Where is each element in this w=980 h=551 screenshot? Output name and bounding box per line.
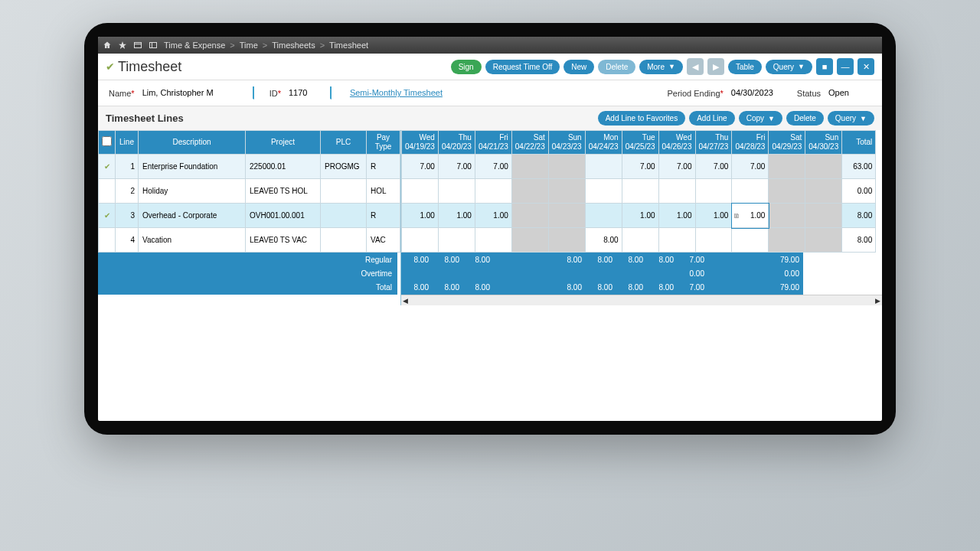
hours-cell[interactable]: 🗎1.00 <box>732 204 769 228</box>
delete-line-button[interactable]: Delete <box>786 111 824 126</box>
hours-cell[interactable] <box>475 228 511 253</box>
hours-cell[interactable] <box>438 179 475 204</box>
hours-cell[interactable]: 1.00 <box>622 204 658 228</box>
hours-cell[interactable] <box>622 228 658 253</box>
hours-cell[interactable] <box>695 179 732 204</box>
description-cell[interactable]: Overhead - Corporate <box>139 204 246 228</box>
breadcrumb-item[interactable]: Time & Expense <box>164 41 225 50</box>
copy-line-button[interactable]: Copy▼ <box>739 111 782 126</box>
table-row[interactable]: ✔3Overhead - CorporateOVH001.00.001R <box>99 204 400 228</box>
delete-button[interactable]: Delete <box>598 60 635 74</box>
hours-cell[interactable] <box>805 204 842 228</box>
aux-button-1[interactable]: ■ <box>816 58 833 75</box>
hours-cell[interactable] <box>585 155 622 179</box>
plc-cell[interactable] <box>321 204 367 228</box>
row-check-icon[interactable] <box>99 179 116 204</box>
plc-cell[interactable] <box>321 228 367 253</box>
description-cell[interactable]: Vacation <box>139 228 246 253</box>
hours-cell[interactable]: 8.00 <box>585 228 622 253</box>
hours-cell[interactable]: 7.00 <box>732 155 769 179</box>
hours-cell[interactable] <box>511 204 548 228</box>
hours-cell[interactable] <box>769 155 805 179</box>
hours-cell[interactable] <box>548 228 585 253</box>
table-row[interactable]: 4VacationLEAVE0 TS VACVAC <box>99 228 400 253</box>
row-check-icon[interactable]: ✔ <box>99 204 116 228</box>
hours-cell[interactable] <box>475 179 511 204</box>
star-icon[interactable] <box>118 41 127 50</box>
hours-cell[interactable] <box>622 179 658 204</box>
select-all-checkbox[interactable] <box>102 136 112 146</box>
request-time-off-button[interactable]: Request Time Off <box>485 60 560 74</box>
scroll-left-icon[interactable]: ◀ <box>403 297 408 305</box>
table-row[interactable]: ✔1Enterprise Foundation225000.01PROGMGR <box>99 155 400 179</box>
pay-type-cell[interactable]: R <box>367 155 400 179</box>
project-cell[interactable]: LEAVE0 TS VAC <box>246 228 321 253</box>
pay-type-cell[interactable]: R <box>367 204 400 228</box>
aux-button-2[interactable]: — <box>837 58 854 75</box>
new-button[interactable]: New <box>564 60 594 74</box>
period-ending-value[interactable]: 04/30/2023 <box>728 86 782 99</box>
table-row[interactable]: 7.007.007.007.007.007.007.0063.00 <box>402 155 876 179</box>
hours-cell[interactable] <box>658 179 695 204</box>
breadcrumb-item[interactable]: Timesheets <box>272 41 315 50</box>
hours-cell[interactable] <box>585 204 622 228</box>
hours-cell[interactable] <box>511 179 548 204</box>
description-cell[interactable]: Holiday <box>139 179 246 204</box>
row-check-icon[interactable] <box>99 228 116 253</box>
hours-cell[interactable] <box>805 179 842 204</box>
hours-cell[interactable]: 7.00 <box>402 155 439 179</box>
hours-cell[interactable] <box>511 228 548 253</box>
hours-cell[interactable] <box>511 155 548 179</box>
hours-cell[interactable] <box>805 228 842 253</box>
project-cell[interactable]: LEAVE0 TS HOL <box>246 179 321 204</box>
hours-cell[interactable] <box>548 155 585 179</box>
hours-cell[interactable] <box>585 179 622 204</box>
hours-cell[interactable]: 1.00 <box>658 204 695 228</box>
breadcrumb-item[interactable]: Time <box>240 41 258 50</box>
hours-cell[interactable]: 1.00 <box>475 204 511 228</box>
hours-cell[interactable] <box>732 179 769 204</box>
hours-cell[interactable]: 1.00 <box>695 204 732 228</box>
name-value[interactable]: Lim, Christopher M <box>139 86 254 99</box>
project-cell[interactable]: 225000.01 <box>246 155 321 179</box>
hours-cell[interactable] <box>805 155 842 179</box>
hours-cell[interactable]: 1.00 <box>438 204 475 228</box>
hours-cell[interactable] <box>769 204 805 228</box>
hours-cell[interactable] <box>658 228 695 253</box>
home-icon[interactable] <box>103 41 112 50</box>
next-record-button[interactable]: ▶ <box>707 58 724 75</box>
hours-cell[interactable] <box>732 228 769 253</box>
breadcrumb-item[interactable]: Timesheet <box>329 41 368 50</box>
timesheet-type-link[interactable]: Semi-Monthly Timesheet <box>347 86 446 99</box>
horizontal-scrollbar[interactable]: ◀ ▶ <box>401 295 882 305</box>
hours-cell[interactable]: 7.00 <box>695 155 732 179</box>
query-button[interactable]: Query▼ <box>766 60 812 74</box>
hours-cell[interactable] <box>548 204 585 228</box>
pay-type-cell[interactable]: HOL <box>367 179 400 204</box>
hours-cell[interactable] <box>402 228 439 253</box>
table-row[interactable]: 8.008.00 <box>402 228 876 253</box>
table-button[interactable]: Table <box>728 60 762 74</box>
pay-type-cell[interactable]: VAC <box>367 228 400 253</box>
hours-cell[interactable]: 7.00 <box>438 155 475 179</box>
hours-cell[interactable] <box>548 179 585 204</box>
window-icon[interactable] <box>133 41 142 50</box>
add-line-to-favorites-button[interactable]: Add Line to Favorites <box>598 111 686 126</box>
id-value[interactable]: 1170 <box>286 86 332 99</box>
row-check-icon[interactable]: ✔ <box>99 155 116 179</box>
sign-button[interactable]: Sign <box>451 60 482 74</box>
table-row[interactable]: 1.001.001.001.001.001.00🗎1.008.00 <box>402 204 876 228</box>
project-cell[interactable]: OVH001.00.001 <box>246 204 321 228</box>
add-line-button[interactable]: Add Line <box>689 111 734 126</box>
query-line-button[interactable]: Query▼ <box>828 111 874 126</box>
scroll-right-icon[interactable]: ▶ <box>875 297 880 305</box>
hours-cell[interactable]: 7.00 <box>475 155 511 179</box>
close-button[interactable]: ✕ <box>858 58 874 75</box>
hours-cell[interactable] <box>402 179 439 204</box>
hours-cell[interactable]: 1.00 <box>402 204 439 228</box>
hours-cell[interactable]: 7.00 <box>658 155 695 179</box>
plc-cell[interactable]: PROGMG <box>321 155 367 179</box>
hours-cell[interactable] <box>438 228 475 253</box>
description-cell[interactable]: Enterprise Foundation <box>139 155 246 179</box>
hours-cell[interactable] <box>769 228 805 253</box>
